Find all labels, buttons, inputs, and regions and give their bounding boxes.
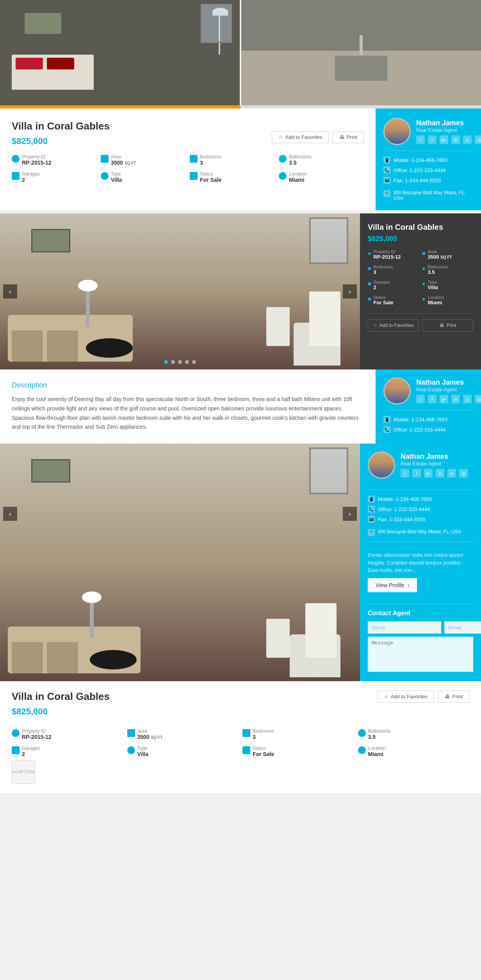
agent-header-mini: Nathan James Real Estate Agent t f g+ in… bbox=[383, 377, 473, 405]
address-icon-1: 📍 bbox=[383, 190, 390, 197]
contact-email-input[interactable] bbox=[444, 621, 481, 634]
print-button-1[interactable]: 🖶 Print bbox=[333, 131, 364, 143]
googleplus-icon[interactable]: g+ bbox=[440, 135, 448, 144]
listing-bed-icon: ■ bbox=[368, 265, 371, 272]
toolbar-buttons-1: ☆ Add to Favorites 🖶 Print bbox=[272, 131, 364, 143]
listing-id-icon: ● bbox=[368, 250, 371, 256]
facebook-icon-mini[interactable]: f bbox=[428, 395, 436, 403]
dot-4[interactable] bbox=[185, 360, 189, 364]
recaptcha-box[interactable]: reCAPTCHA bbox=[12, 760, 35, 784]
listing-area-icon: ■ bbox=[422, 250, 425, 256]
mobile-icon-1: 📱 bbox=[383, 156, 390, 163]
agent-contact-mini: 📱 Mobile: 1-234-456-7893 📞 Office: 1-222… bbox=[383, 416, 473, 433]
detail-property-id: Property ID RP-2015-12 bbox=[12, 154, 97, 166]
view-profile-button[interactable]: View Profile › bbox=[368, 578, 417, 592]
agent-divider-mini bbox=[383, 410, 473, 410]
listing-garage-icon: ■ bbox=[368, 281, 371, 287]
contact-message-textarea[interactable] bbox=[368, 637, 473, 672]
instagram-icon[interactable]: ig bbox=[475, 135, 481, 144]
listing-info-panel: Villa in Coral Gables $825,000 ● Propert… bbox=[360, 213, 481, 369]
add-favorites-button-1[interactable]: ☆ Add to Favorites bbox=[272, 131, 329, 143]
property-details-grid-4: Property ID RP-2015-12 Area 3500 SQ FT B… bbox=[12, 728, 469, 757]
third-card: ‹ › Nathan James Real Estate Agent t f g… bbox=[0, 444, 481, 681]
linkedin-icon[interactable]: in bbox=[451, 135, 460, 144]
large-carousel-next[interactable]: › bbox=[343, 507, 357, 521]
listing-status: ■ Status For Sale bbox=[368, 295, 419, 305]
star-icon-listing: ☆ bbox=[373, 323, 377, 328]
agent-divider-large bbox=[368, 490, 473, 490]
pinterest-icon[interactable]: p bbox=[463, 135, 472, 144]
agent-avatar-large bbox=[368, 451, 395, 479]
location-icon bbox=[279, 172, 287, 180]
mobile-icon-large: 📱 bbox=[368, 495, 375, 502]
description-content: Description Enjoy the cool serenity of D… bbox=[0, 369, 376, 444]
location-icon-4 bbox=[358, 746, 366, 754]
detail-type-4: Type Villa bbox=[127, 746, 239, 757]
contact-mobile-1: 📱 Mobile: 1-234-456-7893 bbox=[383, 156, 473, 163]
listing-status-icon: ■ bbox=[368, 296, 371, 302]
listing-location-icon: ● bbox=[422, 296, 425, 302]
detail-bathrooms-4: Bathrooms 3.5 bbox=[358, 728, 470, 740]
carousel-next[interactable]: › bbox=[343, 284, 357, 298]
agent-address-large: 📍 900 Biscayne Blvd Way Miami, FL, USA bbox=[368, 529, 473, 536]
print-icon-4: 🖶 bbox=[445, 694, 450, 699]
listing-print-button[interactable]: 🖶 Print bbox=[422, 319, 473, 332]
linkedin-icon-large[interactable]: in bbox=[436, 469, 444, 478]
agent-divider-large-3 bbox=[368, 604, 473, 604]
detail-bathrooms: Bathrooms 3.5 bbox=[279, 154, 364, 166]
print-icon-listing: 🖶 bbox=[440, 323, 444, 328]
detail-area-4: Area 3500 SQ FT bbox=[127, 728, 239, 740]
googleplus-icon-large[interactable]: g+ bbox=[424, 469, 433, 478]
property-title-1: Villa in Coral Gables $825,000 bbox=[12, 120, 110, 154]
detail-status-4: Status For Sale bbox=[242, 746, 354, 757]
agent-avatar-mini bbox=[383, 377, 411, 405]
fax-icon-large: 📟 bbox=[368, 516, 375, 523]
twitter-icon-large[interactable]: t bbox=[401, 469, 409, 478]
detail-type: Type Villa bbox=[101, 171, 186, 183]
agent-panel-1: Nathan James Real Estate Agent t f g+ in… bbox=[376, 108, 481, 210]
contact-office-1: 📞 Office: 1-222-333-4444 bbox=[383, 167, 473, 174]
contact-name-input[interactable] bbox=[368, 621, 441, 634]
listing-favorites-button[interactable]: ☆ Add to Favorites bbox=[368, 319, 419, 332]
instagram-icon-large[interactable]: ig bbox=[459, 469, 468, 478]
detail-garages: Garages 2 bbox=[12, 171, 97, 183]
googleplus-icon-mini[interactable]: g+ bbox=[440, 395, 448, 403]
agent-header-1: Nathan James Real Estate Agent t f g+ in… bbox=[383, 118, 473, 145]
dot-1[interactable] bbox=[164, 360, 168, 364]
listing-carousel: ‹ › bbox=[0, 213, 360, 369]
listing-details-grid: ● Property ID RP-2015-12 ■ Area 3500 SQ … bbox=[368, 249, 473, 305]
pinterest-icon-large[interactable]: p bbox=[447, 469, 456, 478]
print-button-4[interactable]: 🖶 Print bbox=[438, 691, 469, 703]
facebook-icon-large[interactable]: f bbox=[412, 469, 421, 478]
instagram-icon-mini[interactable]: ig bbox=[475, 395, 481, 403]
agent-large-panel: Nathan James Real Estate Agent t f g+ in… bbox=[360, 444, 481, 681]
linkedin-icon-mini[interactable]: in bbox=[451, 395, 460, 403]
detail-area: Area 3500 SQ FT bbox=[101, 154, 186, 166]
dot-5[interactable] bbox=[192, 360, 196, 364]
hero-bedroom bbox=[0, 0, 240, 105]
pinterest-icon-mini[interactable]: p bbox=[463, 395, 472, 403]
fourth-card: Villa in Coral Gables $825,000 ☆ Add to … bbox=[0, 681, 481, 793]
carousel-prev[interactable]: ‹ bbox=[3, 284, 17, 298]
star-icon: ☆ bbox=[278, 134, 283, 140]
fourth-card-header: Villa in Coral Gables $825,000 ☆ Add to … bbox=[12, 691, 469, 724]
detail-property-id-4: Property ID RP-2015-12 bbox=[12, 728, 123, 740]
detail-status: Status For Sale bbox=[190, 171, 275, 183]
social-icons-large: t f g+ in p ig bbox=[401, 469, 468, 478]
type-icon bbox=[101, 172, 109, 180]
toolbar-buttons-4: ☆ Add to Favorites 🖶 Print bbox=[377, 691, 469, 703]
twitter-icon[interactable]: t bbox=[416, 135, 425, 144]
carousel-large: ‹ › bbox=[0, 444, 360, 681]
detail-location-4: Location Miami bbox=[358, 746, 470, 757]
add-favorites-button-4[interactable]: ☆ Add to Favorites bbox=[377, 691, 435, 703]
dot-2[interactable] bbox=[171, 360, 175, 364]
bed-icon bbox=[190, 155, 198, 163]
star-icon-4: ☆ bbox=[384, 694, 388, 699]
contact-office-large: 📞 Office: 1-222-333-4444 bbox=[368, 506, 473, 513]
listing-type: ● Type Villa bbox=[422, 280, 473, 290]
twitter-icon-mini[interactable]: t bbox=[416, 395, 425, 403]
large-carousel-prev[interactable]: ‹ bbox=[3, 507, 17, 521]
dot-3[interactable] bbox=[178, 360, 182, 364]
office-icon-large: 📞 bbox=[368, 506, 375, 513]
facebook-icon[interactable]: f bbox=[428, 135, 436, 144]
